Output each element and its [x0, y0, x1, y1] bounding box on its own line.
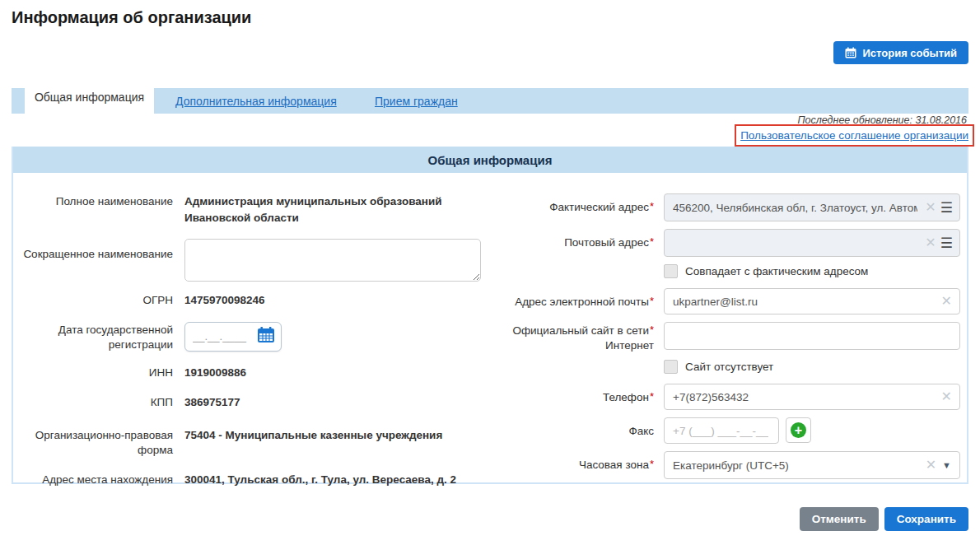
no-site-checkbox-label: Сайт отсутствует: [685, 361, 773, 373]
calendar-icon: [257, 327, 275, 346]
timezone-row: Часовая зона* ✕ ▼: [489, 451, 964, 479]
calendar-icon: [845, 47, 856, 58]
email-field: ✕: [664, 288, 960, 314]
history-events-button[interactable]: История событий: [833, 41, 969, 64]
location-address-row: Адрес места нахождения 300041, Тульская …: [20, 472, 489, 488]
same-address-checkbox[interactable]: [664, 264, 678, 278]
fax-label: Факс: [489, 417, 654, 444]
actual-address-label: Фактический адрес*: [489, 193, 654, 221]
cancel-button[interactable]: Отменить: [800, 507, 879, 531]
no-site-checkbox[interactable]: [664, 360, 678, 374]
postal-address-row: Почтовый адрес* ✕ ☰: [489, 229, 964, 257]
same-address-checkbox-label: Совпадает с фактическим адресом: [685, 265, 868, 277]
inn-row: ИНН 1919009886: [20, 365, 489, 381]
email-input[interactable]: [665, 296, 939, 308]
footer-actions: Отменить Сохранить: [800, 507, 968, 531]
website-label: Официальный сайт в сети*Интернет: [489, 322, 654, 352]
tab-general-info[interactable]: Общая информация: [25, 80, 154, 114]
phone-field: ✕: [664, 384, 960, 410]
short-name-row: Сокращенное наименование: [20, 239, 489, 282]
reg-date-input[interactable]: [185, 330, 254, 342]
website-row: Официальный сайт в сети*Интернет: [489, 322, 964, 352]
annotation-highlight-box: Пользовательское соглашение организации: [735, 124, 974, 147]
phone-row: Телефон* ✕: [489, 384, 964, 410]
required-asterisk: *: [650, 235, 654, 248]
left-column: Полное наименование Администрация муници…: [13, 193, 489, 500]
short-name-label: Сокращенное наименование: [20, 239, 173, 282]
inn-label: ИНН: [20, 365, 173, 381]
address-menu-icon[interactable]: ☰: [939, 236, 954, 250]
short-name-textarea[interactable]: [184, 239, 481, 282]
phone-input[interactable]: [665, 391, 939, 403]
clear-icon[interactable]: ✕: [939, 390, 954, 403]
page-title: Информация об организации: [12, 8, 251, 27]
legal-form-label: Организационно-правовая форма: [20, 427, 173, 458]
tab-bar: Общая информация Дополнительная информац…: [12, 88, 968, 114]
kpp-value: 386975177: [184, 394, 481, 411]
fax-input[interactable]: [665, 425, 773, 437]
fax-field: [664, 417, 779, 444]
user-agreement-link[interactable]: Пользовательское соглашение организации: [740, 129, 968, 142]
actual-address-row: Фактический адрес* ✕ ☰: [489, 193, 964, 221]
ogrn-label: ОГРН: [20, 292, 173, 309]
reg-date-field: [184, 322, 282, 352]
website-field: [664, 322, 960, 350]
required-asterisk: *: [650, 295, 654, 307]
legal-form-row: Организационно-правовая форма 75404 - Му…: [20, 427, 489, 458]
clear-icon[interactable]: ✕: [939, 295, 954, 308]
plus-icon: +: [791, 422, 806, 438]
location-address-label: Адрес места нахождения: [20, 472, 173, 488]
tab-general-info-label: Общая информация: [35, 91, 144, 104]
full-name-value: Администрация муниципальных образований …: [184, 193, 481, 227]
date-picker-button[interactable]: [254, 324, 278, 349]
section-title: Общая информация: [13, 147, 967, 173]
tab-additional-info[interactable]: Дополнительная информация: [175, 88, 337, 114]
history-events-label: История событий: [863, 47, 958, 59]
general-info-panel: Общая информация Полное наименование Адм…: [12, 147, 968, 484]
full-name-row: Полное наименование Администрация муници…: [20, 193, 489, 227]
full-name-label: Полное наименование: [20, 193, 173, 227]
required-asterisk: *: [650, 324, 654, 336]
required-asterisk: *: [650, 200, 654, 212]
reg-date-row: Дата государственной регистрации: [20, 322, 489, 352]
save-button[interactable]: Сохранить: [884, 507, 968, 531]
inn-value: 1919009886: [184, 365, 481, 381]
ogrn-row: ОГРН 1475970098246: [20, 292, 489, 309]
phone-label: Телефон*: [489, 384, 654, 410]
ogrn-value: 1475970098246: [184, 292, 481, 309]
required-asterisk: *: [650, 458, 654, 470]
legal-form-value: 75404 - Муниципальные казенные учреждени…: [184, 427, 481, 458]
address-menu-icon[interactable]: ☰: [939, 201, 954, 215]
timezone-input[interactable]: [665, 459, 923, 472]
website-input[interactable]: [665, 330, 954, 342]
right-column: Фактический адрес* ✕ ☰ Почтовый адрес*: [489, 193, 964, 500]
postal-address-field: ✕ ☰: [664, 229, 960, 257]
add-fax-button[interactable]: +: [786, 417, 811, 443]
kpp-row: КПП 386975177: [20, 394, 489, 411]
clear-icon[interactable]: ✕: [922, 236, 938, 249]
organization-info-page: Информация об организации История событи…: [0, 0, 980, 545]
timezone-field: ✕ ▼: [664, 451, 960, 479]
tab-citizens-reception[interactable]: Прием граждан: [375, 88, 458, 114]
reg-date-label: Дата государственной регистрации: [20, 322, 173, 352]
location-address-value: 300041, Тульская обл., г. Тула, ул. Вере…: [184, 472, 481, 488]
email-label: Адрес электронной почты*: [489, 288, 654, 314]
postal-address-label: Почтовый адрес*: [489, 229, 654, 257]
postal-address-input[interactable]: [665, 237, 922, 249]
actual-address-input[interactable]: [665, 202, 922, 214]
required-asterisk: *: [650, 390, 654, 403]
fax-row: Факс +: [489, 417, 964, 444]
same-address-row: Совпадает с фактическим адресом: [664, 264, 964, 278]
email-row: Адрес электронной почты* ✕: [489, 288, 964, 314]
kpp-label: КПП: [20, 394, 173, 411]
chevron-down-icon[interactable]: ▼: [939, 461, 954, 470]
timezone-label: Часовая зона*: [489, 451, 654, 479]
clear-icon[interactable]: ✕: [923, 459, 939, 472]
no-site-row: Сайт отсутствует: [664, 360, 964, 374]
actual-address-field: ✕ ☰: [664, 193, 960, 221]
clear-icon[interactable]: ✕: [922, 201, 938, 214]
